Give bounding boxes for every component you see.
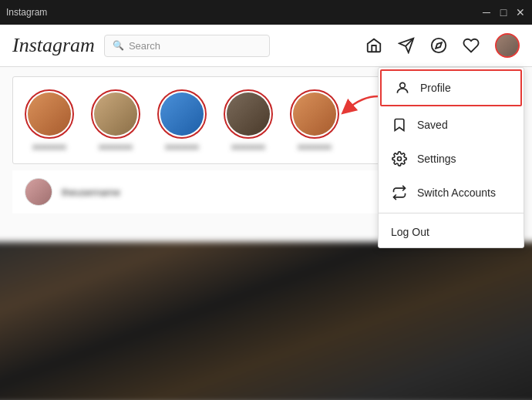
dropdown-logout[interactable]: Log Out xyxy=(379,217,524,247)
profile-label: Profile xyxy=(420,82,451,94)
profile-username: theusername xyxy=(62,187,120,198)
home-icon[interactable] xyxy=(365,37,382,54)
story-image xyxy=(293,92,336,136)
heart-icon[interactable] xyxy=(463,37,480,54)
svg-point-1 xyxy=(400,82,406,88)
search-icon: 🔍 xyxy=(113,40,124,51)
svg-point-2 xyxy=(398,157,402,161)
bookmark-icon xyxy=(391,117,408,133)
story-username: xxxxxxxx xyxy=(155,142,209,151)
story-image xyxy=(160,92,204,136)
title-bar: Instagram ─ □ ✕ xyxy=(0,0,532,25)
dropdown-switch-accounts[interactable]: Switch Accounts xyxy=(379,176,524,210)
saved-label: Saved xyxy=(417,119,448,131)
profile-mini-avatar xyxy=(25,178,52,206)
dropdown-divider xyxy=(379,213,524,213)
dropdown-menu: Profile Saved Settings xyxy=(378,67,524,248)
story-item[interactable]: xxxxxxxx xyxy=(221,89,275,151)
explore-icon[interactable] xyxy=(430,37,447,54)
maximize-button[interactable]: □ xyxy=(498,7,509,18)
dropdown-saved[interactable]: Saved xyxy=(379,108,524,142)
settings-icon xyxy=(391,151,408,166)
feed-image xyxy=(0,242,532,400)
settings-label: Settings xyxy=(417,153,456,165)
top-nav: Instagram 🔍 Search xyxy=(0,25,532,67)
window-title: Instagram xyxy=(6,7,47,18)
svg-point-0 xyxy=(432,39,446,52)
story-item[interactable]: xxxxxxxx xyxy=(22,89,76,151)
nav-icons xyxy=(365,33,520,58)
dropdown-profile[interactable]: Profile xyxy=(380,69,522,106)
story-username: xxxxxxxx xyxy=(221,142,275,151)
story-circle xyxy=(91,89,140,139)
story-circle xyxy=(157,89,207,139)
story-username: xxxxxxxx xyxy=(89,142,143,151)
story-item[interactable]: xxxxxxxx xyxy=(155,89,209,151)
story-image xyxy=(94,92,137,136)
story-image xyxy=(227,92,270,136)
story-circle xyxy=(290,89,339,139)
person-icon xyxy=(394,80,411,96)
story-item[interactable]: xxxxxxxx xyxy=(89,89,143,151)
story-username: xxxxxxxx xyxy=(22,142,76,151)
logout-label: Log Out xyxy=(391,226,429,238)
story-circle xyxy=(25,89,74,139)
dropdown-settings[interactable]: Settings xyxy=(379,142,524,176)
messages-icon[interactable] xyxy=(398,37,415,54)
switch-icon xyxy=(391,185,408,200)
search-placeholder: Search xyxy=(129,40,160,52)
switch-accounts-label: Switch Accounts xyxy=(417,187,496,199)
window-controls: ─ □ ✕ xyxy=(481,7,526,18)
avatar-image xyxy=(497,35,518,56)
instagram-logo: Instagram xyxy=(12,34,95,57)
search-bar[interactable]: 🔍 Search xyxy=(104,35,270,57)
profile-avatar[interactable] xyxy=(495,33,520,58)
story-username: xxxxxxxx xyxy=(288,142,342,151)
story-item[interactable]: xxxxxxxx xyxy=(288,89,342,151)
story-circle xyxy=(224,89,273,139)
minimize-button[interactable]: ─ xyxy=(481,7,492,18)
story-image xyxy=(28,92,71,136)
close-button[interactable]: ✕ xyxy=(515,7,526,18)
